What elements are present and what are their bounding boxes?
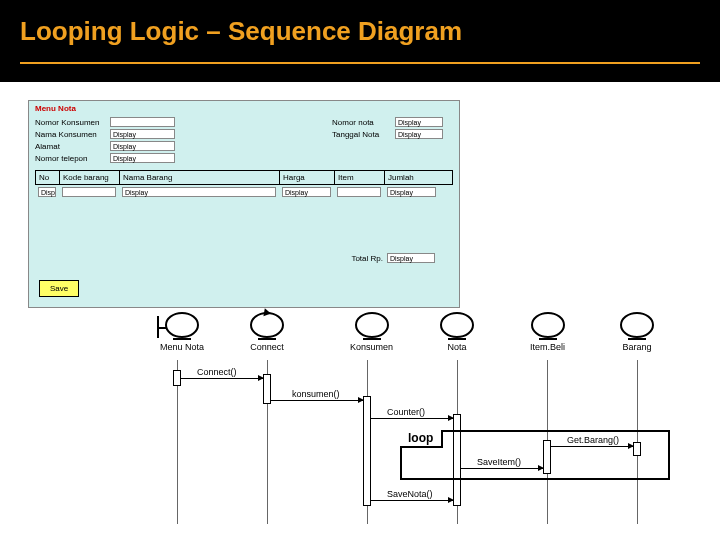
field-label: Nomor telepon (35, 154, 110, 163)
actor-label: Barang (622, 342, 651, 352)
column-header: Nama Barang (120, 171, 280, 184)
column-header: Jumlah (385, 171, 440, 184)
form-field: Nomor Konsumen (29, 116, 326, 128)
form-title: Menu Nota (29, 101, 459, 116)
message-label: SaveNota() (387, 489, 433, 499)
column-header: Kode barang (60, 171, 120, 184)
message-arrow: SaveNota() (371, 500, 453, 501)
slide-title: Looping Logic – Sequence Diagram (20, 16, 700, 47)
save-button[interactable]: Save (39, 280, 79, 297)
actor-konsumen: Konsumen (350, 312, 393, 352)
message-arrow: Connect() (181, 378, 263, 379)
form-field: Nama KonsumenDisplay (29, 128, 326, 140)
table-row: DispDisplayDisplayDisplay (35, 185, 453, 199)
table-header: NoKode barangNama BarangHargaItemJumlah (35, 170, 453, 185)
loop-fragment: loop (400, 430, 670, 480)
field-input[interactable]: Display (110, 129, 175, 139)
sequence-diagram: Menu NotaConnectKonsumenNotaItem.BeliBar… (150, 312, 690, 530)
field-input[interactable]: Display (110, 153, 175, 163)
message-arrow: Counter() (371, 418, 453, 419)
field-label: Nama Konsumen (35, 130, 110, 139)
activation-bar (173, 370, 181, 386)
form-mockup: Menu Nota Nomor KonsumenNama KonsumenDis… (28, 100, 460, 308)
column-header: Item (335, 171, 385, 184)
form-field: Tanggal NotaDisplay (326, 128, 449, 140)
form-field: Nomor notaDisplay (326, 116, 449, 128)
actor-menunota: Menu Nota (160, 312, 204, 352)
message-arrow: konsumen() (271, 400, 363, 401)
cell-input[interactable]: Display (387, 187, 436, 197)
message-label: Counter() (387, 407, 425, 417)
actor-itembeli: Item.Beli (530, 312, 565, 352)
activation-bar (263, 374, 271, 404)
title-underline (20, 62, 700, 64)
total-row: Total Rp. Display (29, 249, 459, 263)
activation-bar (363, 396, 371, 506)
cell-input[interactable] (62, 187, 116, 197)
actor-label: Menu Nota (160, 342, 204, 352)
actor-barang: Barang (620, 312, 654, 352)
field-label: Alamat (35, 142, 110, 151)
loop-label: loop (400, 430, 443, 448)
cell-input[interactable]: Display (122, 187, 276, 197)
total-value: Display (387, 253, 435, 263)
slide-header: Looping Logic – Sequence Diagram (0, 0, 720, 82)
actor-label: Konsumen (350, 342, 393, 352)
field-input[interactable]: Display (395, 129, 443, 139)
field-input[interactable]: Display (395, 117, 443, 127)
column-header: Harga (280, 171, 335, 184)
message-label: Connect() (197, 367, 237, 377)
actor-label: Connect (250, 342, 284, 352)
field-label: Tanggal Nota (332, 130, 395, 139)
field-input[interactable] (110, 117, 175, 127)
actor-label: Nota (447, 342, 466, 352)
field-input[interactable]: Display (110, 141, 175, 151)
message-label: konsumen() (292, 389, 340, 399)
cell-input[interactable]: Disp (38, 187, 56, 197)
cell-input[interactable]: Display (282, 187, 331, 197)
actor-label: Item.Beli (530, 342, 565, 352)
column-header: No (36, 171, 60, 184)
total-label: Total Rp. (351, 254, 383, 263)
form-field: Nomor teleponDisplay (29, 152, 326, 164)
field-label: Nomor nota (332, 118, 395, 127)
form-field: AlamatDisplay (29, 140, 326, 152)
cell-input[interactable] (337, 187, 381, 197)
actor-connect: Connect (250, 312, 284, 352)
actor-nota: Nota (440, 312, 474, 352)
field-label: Nomor Konsumen (35, 118, 110, 127)
